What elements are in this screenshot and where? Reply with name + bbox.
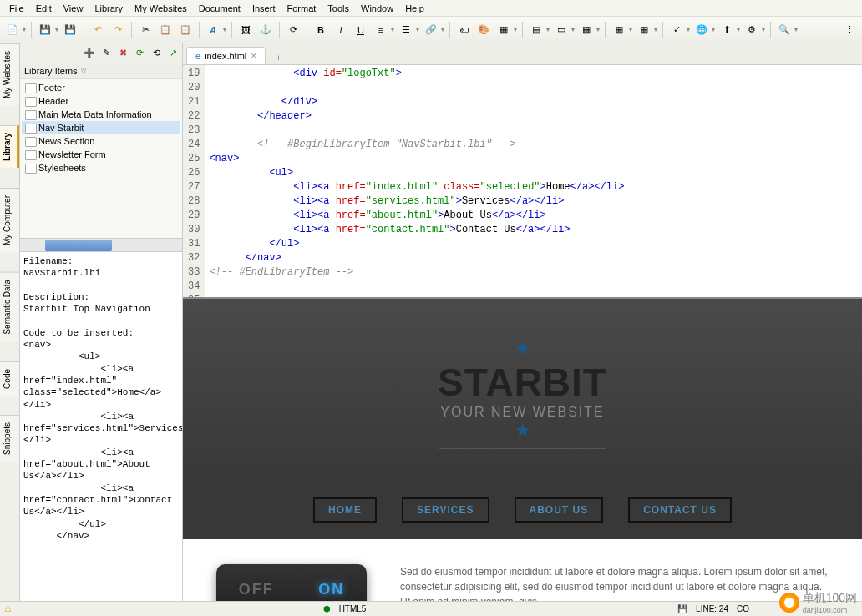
sidebar-tab-icon [3,398,17,412]
tab-index-html[interactable]: e index.html × [186,47,266,64]
line-number: 34 [188,280,200,294]
watermark-top: 单机100网 [803,591,857,606]
menubar: FileEditViewLibraryMy WebsitesDocumentIn… [0,0,862,17]
menu-tools[interactable]: Tools [322,2,354,14]
code-line: <!-- #BeginLibraryItem "NavStarbit.lbi" … [209,138,859,152]
code-line: </ul> [209,237,859,251]
sidebar-tab-library[interactable]: Library [0,125,19,168]
panel-delete-button[interactable]: ✖ [115,45,130,60]
tree-item-newsletter-form[interactable]: Newsletter Form [22,148,180,161]
code-editor[interactable]: 1920212223242526272829303132333435 <div … [183,65,862,299]
sidebar-tab-snippets[interactable]: Snippets [0,415,19,462]
align-button[interactable]: ≡ [373,22,389,38]
code-line [209,280,859,294]
status-warning-icon[interactable]: ⚠ [4,604,12,613]
sidebar-tab-my-websites[interactable]: My Websites [0,43,19,105]
ie-icon: e [195,51,200,61]
css-button[interactable]: ▦ [495,22,512,38]
menu-format[interactable]: Format [281,2,321,14]
sidebar-tab-icon [3,255,17,269]
panel-header[interactable]: Library Items ▽ [20,63,182,79]
link-button[interactable]: 🔗 [423,22,439,38]
line-number: 26 [188,166,200,180]
tree-item-nav-starbit[interactable]: Nav Starbit [22,121,180,134]
bold-button[interactable]: B [312,22,329,38]
tree-item-stylesheets[interactable]: Stylesheets [22,161,180,174]
copy-button[interactable]: 📋 [157,22,174,38]
details-pane: Filename: NavStarbit.lbi Description: St… [20,251,182,601]
nav-about-us[interactable]: ABOUT US [515,497,604,523]
cut-button[interactable]: ✂ [137,22,154,38]
tab-add-button[interactable]: + [271,51,286,64]
status-line: LINE: 24 [696,604,728,613]
sidebar-tab-semantic-data[interactable]: Semantic Data [0,272,19,341]
validate-button[interactable]: ✓ [668,22,685,38]
library-tree: FooterHeaderMain Meta Data InformationNa… [20,79,182,238]
line-number: 33 [188,265,200,280]
tree-item-header[interactable]: Header [22,94,180,108]
toggle-switch[interactable]: OFF ON [216,564,367,601]
tree-item-footer[interactable]: Footer [22,81,180,94]
panel-edit-button[interactable]: ✎ [99,45,114,60]
sidebar-tab-icon [3,171,17,184]
tag-button[interactable]: 🏷 [455,22,472,38]
upload-button[interactable]: ⬆ [718,22,735,38]
code-line [209,294,859,297]
menu-document[interactable]: Document [194,2,246,14]
menu-help[interactable]: Help [400,2,429,14]
menu-file[interactable]: File [4,2,29,14]
menu-insert[interactable]: Insert [247,2,281,14]
anchor-button[interactable]: ⚓ [257,22,274,38]
panel-add-button[interactable]: ➕ [82,45,97,60]
preview-button[interactable]: 🌐 [693,22,710,38]
table-button[interactable]: ▦ [611,22,627,38]
refresh-button[interactable]: ⟳ [285,22,302,38]
undo-button[interactable]: ↶ [89,22,106,38]
code-line: <li><a href="about.html">About Us</a></l… [209,209,859,223]
code-line: <div id="logoTxt"> [209,67,859,81]
tree-item-main-meta-data-information[interactable]: Main Meta Data Information [22,108,180,121]
horizontal-scrollbar[interactable] [20,238,182,251]
new-button[interactable]: 📄 [4,22,21,38]
nav-home[interactable]: HOME [313,497,377,523]
save-all-button[interactable]: 💾 [62,22,79,38]
line-number: 31 [188,237,200,251]
search-button[interactable]: 🔍 [776,22,793,38]
menu-my-websites[interactable]: My Websites [129,2,192,14]
color-button[interactable]: 🎨 [475,22,492,38]
row-button[interactable]: ▦ [636,22,652,38]
menu-edit[interactable]: Edit [31,2,57,14]
font-button[interactable]: A [205,22,221,38]
save-button[interactable]: 💾 [37,22,53,38]
nav-services[interactable]: SERVICES [402,497,489,523]
code-line: <ul> [209,166,859,180]
form-button[interactable]: ▤ [528,22,545,38]
panel-sync-button[interactable]: ⟲ [149,45,164,60]
menu-view[interactable]: View [58,2,89,14]
menu-window[interactable]: Window [356,2,398,14]
brand-title: STARBIT [200,360,845,405]
status-save-icon[interactable]: 💾 [677,604,687,613]
textarea-button[interactable]: ▦ [578,22,595,38]
italic-button[interactable]: I [332,22,349,38]
sidebar-tab-code[interactable]: Code [0,361,19,396]
paste-button[interactable]: 📋 [177,22,194,38]
panel-export-button[interactable]: ↗ [165,45,180,60]
code-content[interactable]: <div id="logoTxt"> </div> </header> <!--… [205,65,862,297]
line-number: 20 [188,81,200,95]
tab-close-button[interactable]: × [251,50,256,62]
redo-button[interactable]: ↷ [109,22,126,38]
input-button[interactable]: ▭ [553,22,570,38]
settings-button[interactable]: ⚙ [743,22,760,38]
overflow-button[interactable]: ⋮ [841,22,858,38]
tab-label: index.html [205,51,246,61]
nav-contact-us[interactable]: CONTACT US [628,497,732,523]
image-button[interactable]: 🖼 [237,22,254,38]
sidebar-tab-my-computer[interactable]: My Computer [0,188,19,252]
panel-refresh-button[interactable]: ⟳ [132,45,147,60]
list-button[interactable]: ☰ [398,22,414,38]
tree-item-news-section[interactable]: News Section [22,134,180,148]
underline-button[interactable]: U [352,22,369,38]
line-number: 19 [188,67,200,81]
menu-library[interactable]: Library [89,2,128,14]
